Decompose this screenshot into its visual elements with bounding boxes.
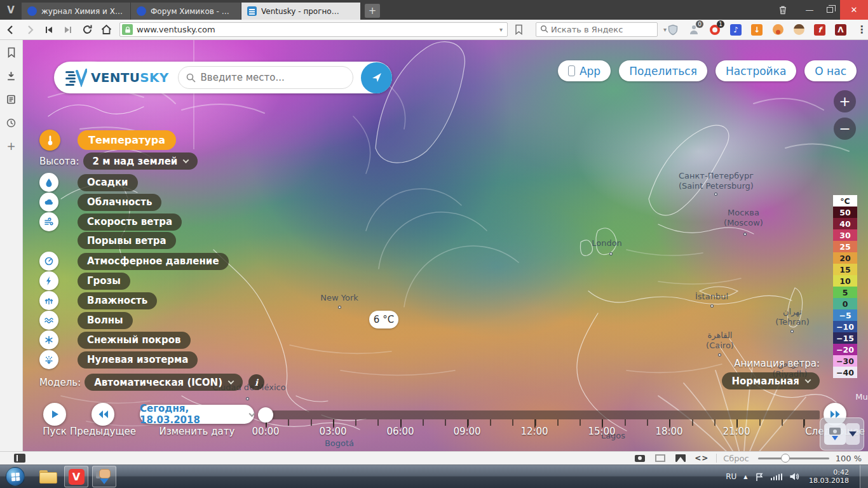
timeline-bar[interactable]: [266, 410, 820, 419]
toggle-images-button[interactable]: [675, 454, 686, 462]
layer-pressure[interactable]: Атмосферное давление: [78, 253, 229, 270]
trash-closed-tabs-button[interactable]: [773, 0, 793, 20]
layer-precipitation[interactable]: Осадки: [78, 174, 138, 191]
taskbar-explorer-button[interactable]: [36, 466, 60, 487]
back-button[interactable]: [3, 22, 19, 38]
tile-tabs-button[interactable]: [655, 454, 665, 462]
savefrom-download-icon[interactable]: ↓: [750, 24, 763, 36]
start-button[interactable]: [6, 467, 25, 486]
url-dropdown-arrow[interactable]: ▾: [495, 26, 507, 33]
layer-wind-gusts[interactable]: Порывы ветра: [78, 232, 176, 249]
notes-panel-icon[interactable]: [5, 93, 18, 105]
acrobat-icon[interactable]: Λ: [834, 24, 847, 36]
vivaldi-menu-icon[interactable]: V: [0, 0, 22, 20]
wind-icon[interactable]: [39, 212, 58, 231]
restore-button[interactable]: [820, 0, 840, 20]
zero-isotherm-icon[interactable]: [39, 350, 58, 369]
home-button[interactable]: [98, 22, 114, 38]
video-capture-widget[interactable]: [820, 417, 864, 451]
taskbar-download-master-button[interactable]: [92, 466, 116, 487]
geolocate-button[interactable]: [361, 62, 392, 93]
new-tab-button[interactable]: +: [365, 4, 380, 18]
flash-icon[interactable]: f: [813, 24, 826, 36]
language-indicator[interactable]: RU: [726, 472, 736, 481]
model-info-button[interactable]: i: [248, 374, 264, 390]
settings-button[interactable]: Настройка: [715, 60, 796, 81]
layer-cloudiness[interactable]: Облачность: [78, 194, 161, 211]
address-bar[interactable]: ▾: [119, 22, 508, 37]
layer-waves[interactable]: Волны: [78, 312, 133, 329]
orange-mascot-icon[interactable]: [771, 24, 784, 36]
adguard-icon[interactable]: 0: [688, 24, 700, 36]
taskbar-vivaldi-button[interactable]: V: [64, 466, 88, 487]
thermometer-icon[interactable]: [39, 130, 60, 151]
zoom-slider[interactable]: [758, 458, 829, 459]
history-panel-icon[interactable]: [5, 116, 18, 129]
share-button[interactable]: Поделиться: [619, 60, 707, 81]
yandex-search-box[interactable]: ▾: [536, 22, 658, 37]
url-input[interactable]: [137, 25, 495, 34]
model-dropdown[interactable]: Автоматическая (ICON): [85, 374, 243, 391]
tab-chemistry-journal[interactable]: журнал Химия и Химики: [22, 3, 131, 20]
rewind-button[interactable]: [41, 22, 57, 38]
play-button[interactable]: [43, 403, 66, 426]
minimize-button[interactable]: —: [799, 0, 820, 20]
zoom-in-button[interactable]: +: [834, 90, 856, 112]
close-button[interactable]: ✕: [840, 0, 868, 20]
reload-button[interactable]: [79, 22, 95, 38]
downloads-panel-icon[interactable]: [5, 69, 18, 82]
forward-button[interactable]: [22, 22, 38, 38]
bookmark-page-icon[interactable]: [510, 22, 527, 38]
humidity-icon[interactable]: [39, 291, 58, 310]
toolbar-menu-dots-icon[interactable]: ⋮: [855, 24, 868, 36]
volume-icon[interactable]: [789, 472, 799, 481]
layer-snow-cover[interactable]: Снежный покров: [78, 332, 191, 349]
tab-ventusky-active[interactable]: Ventusky - прогноз погоды: [241, 3, 361, 20]
fast-forward-button[interactable]: [60, 22, 76, 38]
layer-humidity[interactable]: Влажность: [78, 292, 157, 309]
timeline-handle[interactable]: [258, 407, 273, 423]
layer-thunderstorms[interactable]: Грозы: [78, 273, 130, 290]
layer-wind-speed[interactable]: Скорость ветра: [78, 214, 182, 231]
pressure-gauge-icon[interactable]: [39, 252, 58, 271]
rss-ring-icon[interactable]: 1: [709, 24, 721, 36]
capture-dropdown[interactable]: [846, 423, 860, 445]
zoom-reset-button[interactable]: Сброс: [723, 454, 749, 463]
taskbar-clock[interactable]: 0:42 18.03.2018: [809, 468, 849, 485]
height-dropdown[interactable]: 2 м над землей: [83, 152, 198, 170]
raindrop-icon[interactable]: [39, 173, 58, 192]
tray-expand-icon[interactable]: ▲: [743, 474, 747, 480]
waves-icon[interactable]: [39, 311, 58, 330]
show-desktop-button[interactable]: [860, 465, 868, 488]
place-search-input[interactable]: [201, 72, 345, 83]
page-actions-button[interactable]: <>: [695, 454, 709, 463]
capture-button[interactable]: [824, 423, 846, 445]
place-search-box[interactable]: [178, 66, 353, 89]
frigate-face-icon[interactable]: [792, 24, 805, 36]
previous-button[interactable]: [92, 403, 114, 426]
network-signal-icon[interactable]: [771, 473, 783, 480]
layer-temperature-active[interactable]: Температура: [78, 130, 176, 150]
capture-page-button[interactable]: [635, 455, 645, 462]
cloud-icon[interactable]: [39, 193, 58, 212]
weather-map[interactable]: Санкт-Петербург(Saint Petersburg) Москва…: [23, 40, 868, 451]
add-panel-icon[interactable]: +: [5, 140, 18, 152]
action-center-flag-icon[interactable]: [755, 472, 764, 482]
music-downloader-icon[interactable]: ♪: [729, 24, 742, 36]
app-button[interactable]: App: [558, 60, 611, 81]
panel-toggle-button[interactable]: [14, 454, 25, 463]
zoom-out-button[interactable]: −: [834, 118, 856, 140]
search-engine-icon[interactable]: [536, 25, 551, 34]
zoom-slider-handle[interactable]: [781, 454, 790, 463]
about-button[interactable]: О нас: [804, 60, 857, 81]
tab-chemistry-forum[interactable]: Форум Химиков - Энтузиас: [131, 3, 241, 20]
date-dropdown[interactable]: Сегодня, 18.03.2018: [140, 405, 254, 424]
snowflake-icon[interactable]: [39, 330, 58, 349]
layer-zero-isotherm[interactable]: Нулевая изотерма: [78, 351, 198, 369]
vivaldi-panel-strip: +: [0, 40, 23, 451]
lightning-icon[interactable]: [39, 271, 58, 290]
zenmate-shield-icon[interactable]: [667, 24, 679, 36]
wind-animation-dropdown[interactable]: Нормальная: [722, 372, 820, 390]
search-input[interactable]: [551, 25, 659, 34]
bookmarks-panel-icon[interactable]: [5, 46, 18, 58]
